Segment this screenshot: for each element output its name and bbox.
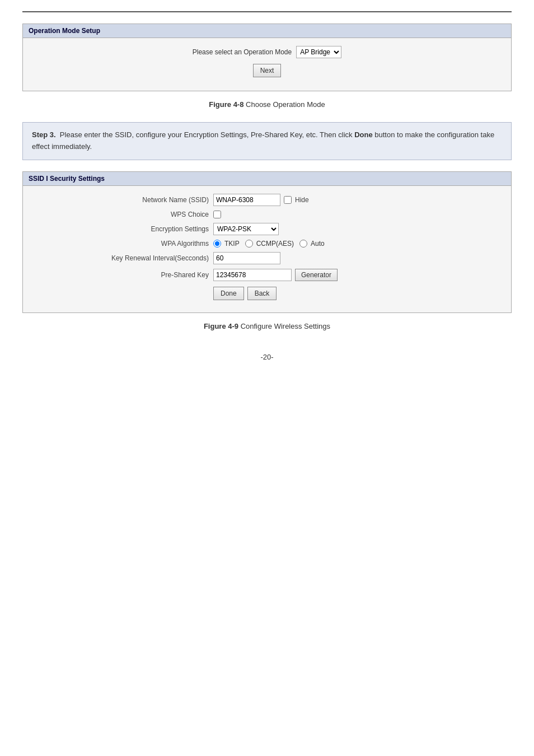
wpa-ccmp-radio[interactable] [245,240,253,248]
next-button[interactable]: Next [253,64,282,77]
operation-mode-row: Please select an Operation Mode AP Bridg… [34,46,500,58]
operation-mode-label: Please select an Operation Mode [193,48,292,56]
key-renewal-input[interactable] [213,252,280,264]
top-divider [22,11,512,12]
pre-shared-key-label: Pre-Shared Key [34,271,213,279]
ssid-panel-body: Network Name (SSID) Hide WPS Choice Encr… [23,186,511,312]
figure-4-8-text: Choose Operation Mode [243,100,325,109]
pre-shared-key-input[interactable] [213,269,292,281]
step3-text: Please enter the SSID, configure your En… [60,130,354,139]
network-name-row: Network Name (SSID) Hide [34,194,500,206]
wpa-tkip-label: TKIP [224,240,240,248]
encryption-label: Encryption Settings [34,225,213,233]
back-button[interactable]: Back [247,287,277,300]
operation-mode-panel-header: Operation Mode Setup [23,24,511,38]
ssid-security-panel: SSID I Security Settings Network Name (S… [22,171,512,313]
wps-choice-control [213,211,500,218]
ssid-panel-header: SSID I Security Settings [23,172,511,186]
figure-4-8-caption: Figure 4-8 Choose Operation Mode [22,100,512,109]
done-back-control: Done Back [213,287,500,300]
generator-button[interactable]: Generator [295,269,338,281]
wpa-auto-label: Auto [311,240,325,248]
operation-mode-panel-body: Please select an Operation Mode AP Bridg… [23,38,511,91]
wpa-algorithms-control: TKIP CCMP(AES) Auto [213,240,500,248]
wpa-algorithms-label: WPA Algorithms [34,240,213,248]
network-name-control: Hide [213,194,500,206]
wps-choice-label: WPS Choice [34,211,213,218]
operation-mode-select[interactable]: AP Bridge AP Client WDS [296,46,341,58]
encryption-select[interactable]: None WEP WPA-PSK WPA2-PSK WPA/WPA2-PSK [213,223,279,235]
done-back-row: Done Back [34,287,500,300]
operation-mode-panel: Operation Mode Setup Please select an Op… [22,24,512,91]
wpa-ccmp-label: CCMP(AES) [256,240,294,248]
page-number: -20- [260,353,273,361]
figure-4-9-bold: Figure 4-9 [204,322,238,330]
encryption-control: None WEP WPA-PSK WPA2-PSK WPA/WPA2-PSK [213,223,500,235]
network-name-label: Network Name (SSID) [34,196,213,204]
hide-checkbox[interactable] [284,196,292,204]
figure-4-9-text: Configure Wireless Settings [238,322,330,330]
hide-label: Hide [295,196,309,204]
pre-shared-key-row: Pre-Shared Key Generator [34,269,500,281]
key-renewal-control [213,252,500,264]
encryption-row: Encryption Settings None WEP WPA-PSK WPA… [34,223,500,235]
pre-shared-key-control: Generator [213,269,500,281]
figure-4-8-bold: Figure 4-8 [209,100,243,109]
wps-choice-row: WPS Choice [34,211,500,218]
step3-bold: Done [354,130,373,139]
wpa-auto-radio[interactable] [299,240,307,248]
next-button-row: Next [34,64,500,77]
done-button[interactable]: Done [213,287,244,300]
wpa-tkip-radio[interactable] [213,240,221,248]
step3-block: Step 3. Please enter the SSID, configure… [22,122,512,160]
key-renewal-label: Key Renewal Interval(Secconds) [34,254,213,262]
network-name-input[interactable] [213,194,280,206]
wpa-algorithms-row: WPA Algorithms TKIP CCMP(AES) Auto [34,240,500,248]
figure-4-9-caption: Figure 4-9 Configure Wireless Settings [22,322,512,330]
key-renewal-row: Key Renewal Interval(Secconds) [34,252,500,264]
page-footer: -20- [22,353,512,361]
wps-choice-checkbox[interactable] [213,211,221,218]
step3-label: Step 3. [32,130,56,139]
